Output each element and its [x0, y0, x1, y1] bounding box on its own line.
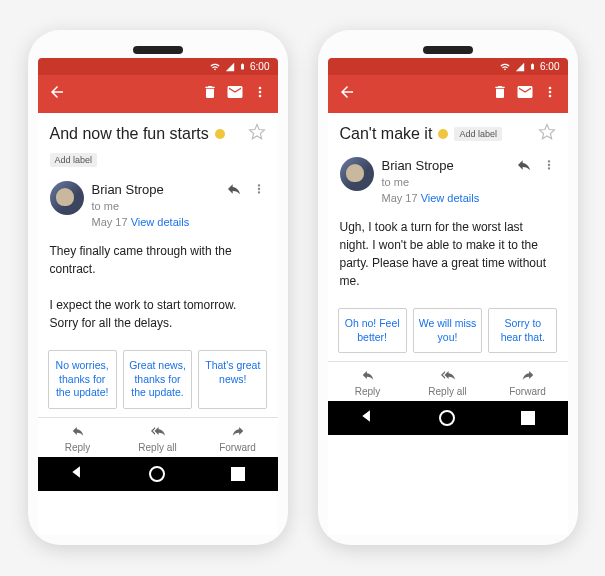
smart-reply-2[interactable]: Great news, thanks for the update.	[123, 350, 192, 409]
nav-back-icon[interactable]	[70, 465, 84, 483]
app-bar	[38, 75, 278, 113]
mark-unread-button[interactable]	[516, 83, 534, 105]
importance-marker-icon	[215, 129, 225, 139]
more-button[interactable]	[542, 84, 558, 104]
reply-icon-button[interactable]	[226, 181, 242, 201]
app-bar	[328, 75, 568, 113]
wifi-icon	[499, 62, 511, 72]
android-nav-bar	[38, 457, 278, 491]
nav-home-icon[interactable]	[149, 466, 165, 482]
status-bar: 6:00	[38, 58, 278, 75]
email-body: Ugh, I took a turn for the worst last ni…	[328, 212, 568, 296]
status-time: 6:00	[250, 61, 269, 72]
importance-marker-icon	[438, 129, 448, 139]
nav-recent-icon[interactable]	[231, 467, 245, 481]
status-bar: 6:00	[328, 58, 568, 75]
nav-back-icon[interactable]	[360, 409, 374, 427]
smart-reply-row: No worries, thanks for the update! Great…	[38, 338, 278, 417]
battery-icon	[239, 61, 246, 72]
smart-reply-row: Oh no! Feel better! We will miss you! So…	[328, 296, 568, 361]
recipient-line: to me	[92, 199, 190, 214]
email-subject: And now the fun starts	[50, 125, 209, 143]
forward-button[interactable]: Forward	[488, 362, 568, 401]
sender-name: Brian Strope	[382, 157, 480, 175]
smart-reply-1[interactable]: No worries, thanks for the update!	[48, 350, 117, 409]
back-button[interactable]	[48, 83, 66, 105]
avatar[interactable]	[340, 157, 374, 191]
smart-reply-3[interactable]: Sorry to hear that.	[488, 308, 557, 353]
android-nav-bar	[328, 401, 568, 435]
wifi-icon	[209, 62, 221, 72]
message-more-button[interactable]	[542, 158, 556, 176]
email-body: They finally came through with the contr…	[38, 236, 278, 338]
star-button[interactable]	[248, 123, 266, 145]
add-label-button[interactable]: Add label	[454, 127, 502, 141]
reply-icon-button[interactable]	[516, 157, 532, 177]
delete-button[interactable]	[202, 84, 218, 104]
delete-button[interactable]	[492, 84, 508, 104]
email-date: May 17	[382, 192, 418, 204]
reply-button[interactable]: Reply	[38, 418, 118, 457]
avatar[interactable]	[50, 181, 84, 215]
star-button[interactable]	[538, 123, 556, 145]
forward-button[interactable]: Forward	[198, 418, 278, 457]
smart-reply-2[interactable]: We will miss you!	[413, 308, 482, 353]
signal-icon	[515, 62, 525, 72]
email-date: May 17	[92, 216, 128, 228]
sender-name: Brian Strope	[92, 181, 190, 199]
reply-button[interactable]: Reply	[328, 362, 408, 401]
more-button[interactable]	[252, 84, 268, 104]
signal-icon	[225, 62, 235, 72]
battery-icon	[529, 61, 536, 72]
recipient-line: to me	[382, 175, 480, 190]
status-time: 6:00	[540, 61, 559, 72]
view-details-link[interactable]: View details	[131, 216, 190, 228]
smart-reply-3[interactable]: That's great news!	[198, 350, 267, 409]
email-subject: Can't make it	[340, 125, 433, 143]
nav-home-icon[interactable]	[439, 410, 455, 426]
nav-recent-icon[interactable]	[521, 411, 535, 425]
reply-all-button[interactable]: Reply all	[118, 418, 198, 457]
reply-all-button[interactable]: Reply all	[408, 362, 488, 401]
smart-reply-1[interactable]: Oh no! Feel better!	[338, 308, 407, 353]
back-button[interactable]	[338, 83, 356, 105]
message-more-button[interactable]	[252, 182, 266, 200]
view-details-link[interactable]: View details	[421, 192, 480, 204]
add-label-button[interactable]: Add label	[50, 153, 98, 167]
mark-unread-button[interactable]	[226, 83, 244, 105]
